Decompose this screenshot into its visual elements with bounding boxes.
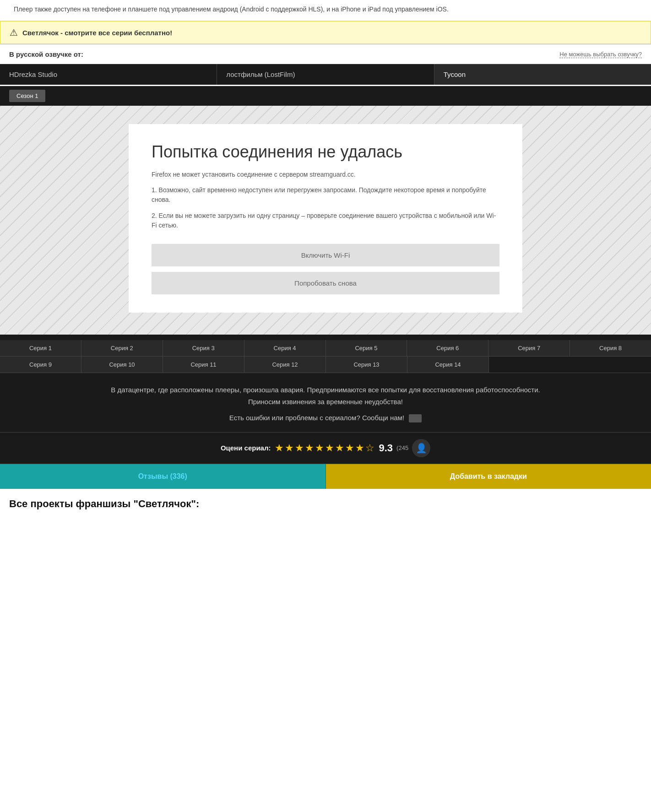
- episode-1[interactable]: Серия 1: [0, 340, 81, 356]
- alert-banner: ⚠ Светлячок - смотрите все серии бесплат…: [0, 21, 651, 44]
- user-avatar[interactable]: 👤: [412, 439, 430, 457]
- episode-5[interactable]: Серия 5: [326, 340, 407, 356]
- notice-feedback-text: Есть ошибки или проблемы с сериалом? Соо…: [229, 414, 404, 422]
- rating-value: 9.3: [379, 442, 393, 454]
- error-box: Попытка соединения не удалась Firefox не…: [129, 124, 522, 313]
- error-description: Firefox не может установить соединение с…: [152, 171, 499, 178]
- top-description: Плеер также доступен на телефоне и планш…: [0, 0, 651, 21]
- notice-text: В датацентре, где расположены плееры, пр…: [9, 384, 642, 407]
- bookmark-label: Добавить в закладки: [450, 472, 527, 480]
- wifi-button[interactable]: Включить Wi-Fi: [152, 244, 499, 266]
- error-title: Попытка соединения не удалась: [152, 142, 499, 162]
- rating-label: Оцени сериал:: [221, 444, 271, 452]
- episodes-row-1: Серия 1 Серия 2 Серия 3 Серия 4 Серия 5 …: [0, 340, 651, 357]
- reviews-label: Отзывы (336): [138, 472, 187, 480]
- episode-4[interactable]: Серия 4: [244, 340, 326, 356]
- error-list: Возможно, сайт временно недоступен или п…: [152, 185, 499, 230]
- episodes-row-2: Серия 9 Серия 10 Серия 11 Серия 12 Серия…: [0, 357, 651, 373]
- bottom-buttons: Отзывы (336) Добавить в закладки: [0, 464, 651, 489]
- season-button[interactable]: Сезон 1: [9, 90, 45, 102]
- alert-icon: ⚠: [10, 27, 18, 38]
- reviews-button[interactable]: Отзывы (336): [0, 464, 326, 489]
- rating-stars[interactable]: ★★★★★★★★★☆: [275, 442, 375, 454]
- episode-14[interactable]: Серия 14: [407, 357, 489, 373]
- episode-3[interactable]: Серия 3: [163, 340, 244, 356]
- episode-11[interactable]: Серия 11: [163, 357, 244, 373]
- franchise-title: Все проекты франшизы "Светлячок":: [0, 489, 651, 514]
- episode-2[interactable]: Серия 2: [81, 340, 163, 356]
- dubbing-header: В русской озвучке от: Не можешь выбрать …: [0, 45, 651, 64]
- notice-feedback-icon: [409, 414, 422, 422]
- error-item-2: Если вы не можете загрузить ни одну стра…: [152, 211, 499, 230]
- bookmark-button[interactable]: Добавить в закладки: [326, 464, 651, 489]
- dubbing-option-hdrezka[interactable]: HDrezka Studio: [0, 64, 217, 85]
- episodes-grid: Серия 1 Серия 2 Серия 3 Серия 4 Серия 5 …: [0, 335, 651, 373]
- season-bar: Сезон 1: [0, 86, 651, 106]
- episode-8[interactable]: Серия 8: [570, 340, 651, 356]
- episode-7[interactable]: Серия 7: [488, 340, 570, 356]
- rating-count: (245: [396, 444, 408, 451]
- episode-9[interactable]: Серия 9: [0, 357, 81, 373]
- error-item-1: Возможно, сайт временно недоступен или п…: [152, 185, 499, 205]
- dubbing-section: В русской озвучке от: Не можешь выбрать …: [0, 44, 651, 85]
- alert-text: Светлячок - смотрите все серии бесплатно…: [22, 29, 172, 37]
- episode-12[interactable]: Серия 12: [244, 357, 326, 373]
- dubbing-options: HDrezka Studio лостфильм (LostFilm) Tyco…: [0, 64, 651, 85]
- dubbing-option-lostfilm[interactable]: лостфильм (LostFilm): [217, 64, 434, 85]
- retry-button[interactable]: Попробовать снова: [152, 272, 499, 294]
- dubbing-option-tycoon[interactable]: Tycoon: [434, 64, 651, 85]
- top-description-text: Плеер также доступен на телефоне и планш…: [14, 5, 449, 13]
- episode-10[interactable]: Серия 10: [81, 357, 163, 373]
- error-buttons: Включить Wi-Fi Попробовать снова: [152, 244, 499, 294]
- notice-block: В датацентре, где расположены плееры, пр…: [0, 373, 651, 432]
- player-area: Попытка соединения не удалась Firefox не…: [0, 106, 651, 335]
- episode-13[interactable]: Серия 13: [326, 357, 407, 373]
- episode-6[interactable]: Серия 6: [407, 340, 488, 356]
- rating-row: Оцени сериал: ★★★★★★★★★☆ 9.3 (245 👤: [0, 432, 651, 464]
- notice-feedback: Есть ошибки или проблемы с сериалом? Соо…: [9, 412, 642, 424]
- dubbing-help-link[interactable]: Не можешь выбрать озвучку?: [559, 51, 642, 58]
- episode-placeholder-1: [489, 357, 570, 373]
- dubbing-label: В русской озвучке от:: [9, 50, 83, 58]
- episode-placeholder-2: [570, 357, 651, 373]
